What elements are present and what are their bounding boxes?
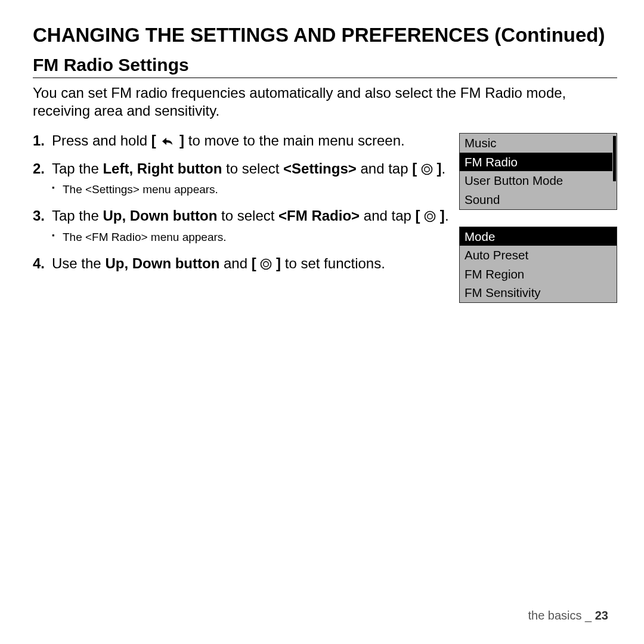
menu-item-music: Music [460,134,612,153]
menu-item-fm-radio: FM Radio [460,153,612,172]
step-3-text-f: . [445,208,449,224]
svg-point-5 [264,261,268,266]
svg-point-4 [261,259,271,269]
step-2-bold-2: <Settings> [283,160,357,177]
menu-item-auto-preset: Auto Preset [460,246,617,265]
step-3-bold-1: Up, Down button [103,208,217,224]
step-3-text-c: to select [217,208,278,224]
step-1-text-b: to move to the main menu screen. [184,132,405,148]
menu-item-fm-region: FM Region [460,265,617,284]
step-1-text-a: Press and hold [52,132,151,148]
section-title: FM Radio Settings [33,55,617,78]
select-icon [424,210,436,222]
fm-radio-menu-panel: Mode Auto Preset FM Region FM Sensitivit… [459,227,617,304]
page-title: CHANGING THE SETTINGS AND PREFERENCES (C… [33,24,617,47]
select-icon [421,163,433,175]
step-4-text-d: to set functions. [281,255,385,271]
step-4: Use the Up, Down button and [ ] to set f… [33,255,452,273]
step-4-text-a: Use the [52,255,105,271]
step-4-text-c: and [219,255,251,271]
step-2-sub: The <Settings> menu appears. [52,182,452,197]
page-number: 23 [595,609,608,622]
step-list: Press and hold [ ] to move to the main m… [33,132,452,273]
settings-menu-panel: Music FM Radio User Button Mode Sound [459,133,617,210]
step-2-text-c: to select [222,160,283,177]
step-1: Press and hold [ ] to move to the main m… [33,132,452,150]
svg-point-2 [425,212,435,222]
menu-item-user-button-mode: User Button Mode [460,171,612,190]
step-3: Tap the Up, Down button to select <FM Ra… [33,207,452,244]
page-footer: the basics _ 23 [528,609,608,623]
menu-item-sound: Sound [460,190,612,209]
step-3-bold-2: <FM Radio> [278,208,360,224]
step-3-text-a: Tap the [52,208,103,224]
step-3-text-e: and tap [360,208,415,224]
menu-item-fm-sensitivity: FM Sensitivity [460,283,617,302]
step-3-sub: The <FM Radio> menu appears. [52,230,452,245]
svg-point-3 [428,214,432,219]
step-4-bold-1: Up, Down button [105,255,219,271]
intro-text: You can set FM radio frequencies automat… [33,84,617,120]
select-icon [260,258,272,270]
step-2-text-f: . [442,160,446,177]
step-2-text-a: Tap the [52,160,103,177]
menu-item-mode: Mode [460,227,617,246]
footer-section: the basics _ [528,609,595,622]
svg-point-1 [425,167,429,172]
svg-point-0 [422,164,432,174]
step-2-bold-1: Left, Right button [103,160,222,177]
back-icon [160,135,175,147]
scrollbar [613,136,616,181]
step-2-text-e: and tap [357,160,412,177]
step-2: Tap the Left, Right button to select <Se… [33,160,452,197]
